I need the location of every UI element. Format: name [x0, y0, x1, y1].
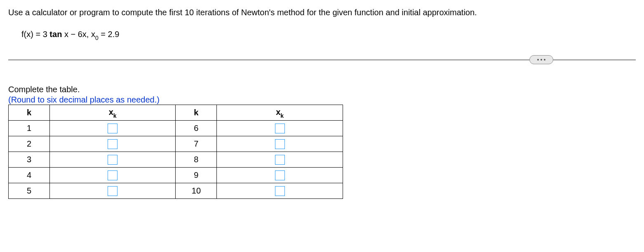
xk-cell — [49, 121, 176, 136]
table-row: 4 9 — [9, 168, 343, 183]
answer-input-5[interactable] — [108, 186, 118, 196]
answer-input-7[interactable] — [275, 139, 285, 149]
xk-cell — [217, 121, 343, 136]
problem-intro: Use a calculator or program to compute t… — [8, 7, 636, 18]
answer-input-1[interactable] — [108, 124, 118, 133]
ellipsis-icon — [537, 59, 545, 61]
xk-cell — [49, 152, 176, 168]
header-xk-left: xk — [49, 105, 176, 121]
header-xk-sub-left: k — [113, 112, 117, 119]
more-options-button[interactable] — [529, 55, 553, 64]
header-xk-var-right: x — [276, 107, 280, 117]
header-xk-var-left: x — [109, 107, 113, 117]
k-cell: 7 — [176, 136, 217, 152]
table-row: 2 7 — [9, 136, 343, 152]
k-cell: 1 — [9, 121, 50, 136]
answer-input-3[interactable] — [108, 155, 118, 165]
function-tan: tan — [49, 30, 62, 39]
xk-cell — [49, 168, 176, 183]
k-cell: 5 — [9, 183, 50, 199]
xk-cell — [217, 136, 343, 152]
answer-input-8[interactable] — [275, 155, 285, 165]
k-cell: 8 — [176, 152, 217, 168]
answer-input-10[interactable] — [275, 186, 285, 196]
answer-input-6[interactable] — [275, 124, 285, 133]
table-row: 1 6 — [9, 121, 343, 136]
iterations-table: k xk k xk 1 6 2 7 3 8 — [8, 105, 343, 199]
header-k-right: k — [176, 105, 217, 121]
k-cell: 4 — [9, 168, 50, 183]
xk-cell — [217, 152, 343, 168]
answer-input-9[interactable] — [275, 170, 285, 180]
function-sub: 0 — [95, 35, 99, 41]
table-row: 3 8 — [9, 152, 343, 168]
complete-instruction: Complete the table. — [8, 85, 636, 94]
section-divider — [8, 55, 636, 64]
table-row: 5 10 — [9, 183, 343, 199]
k-cell: 3 — [9, 152, 50, 168]
header-xk-right: xk — [217, 105, 343, 121]
k-cell: 10 — [176, 183, 217, 199]
xk-cell — [49, 183, 176, 199]
function-suffix: = 2.9 — [99, 30, 120, 39]
xk-cell — [49, 136, 176, 152]
k-cell: 9 — [176, 168, 217, 183]
k-cell: 2 — [9, 136, 50, 152]
xk-cell — [217, 183, 343, 199]
function-prefix: f(x) = 3 — [21, 30, 49, 39]
xk-cell — [217, 168, 343, 183]
answer-input-4[interactable] — [108, 170, 118, 180]
header-k-left: k — [9, 105, 50, 121]
header-xk-sub-right: k — [280, 112, 284, 119]
rounding-hint: (Round to six decimal places as needed.) — [8, 95, 636, 105]
function-definition: f(x) = 3 tan x − 6x, x0 = 2.9 — [21, 30, 636, 40]
table-header-row: k xk k xk — [9, 105, 343, 121]
answer-input-2[interactable] — [108, 139, 118, 149]
k-cell: 6 — [176, 121, 217, 136]
function-mid: x − 6x, x — [62, 30, 95, 39]
